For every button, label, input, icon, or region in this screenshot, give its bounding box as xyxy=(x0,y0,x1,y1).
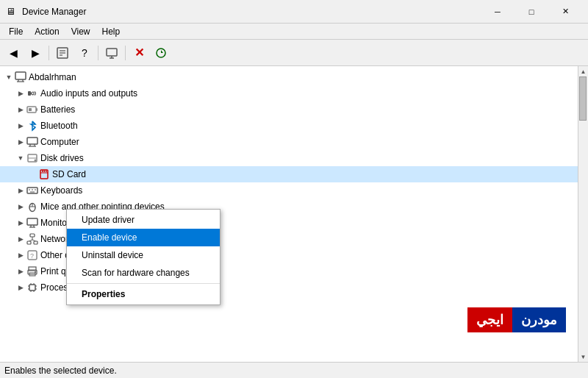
svg-rect-9 xyxy=(15,72,26,79)
print-expander[interactable]: ▶ xyxy=(15,265,26,277)
title-bar: 🖥 Device Manager ─ □ ✕ xyxy=(0,0,588,24)
mice-expander[interactable]: ▶ xyxy=(15,201,26,213)
status-text: Enables the selected device. xyxy=(4,365,117,376)
keyboards-icon xyxy=(26,185,38,196)
keyboards-label: Keyboards xyxy=(40,185,82,196)
mice-icon xyxy=(26,201,38,213)
scroll-down-arrow[interactable]: ▼ xyxy=(578,352,589,362)
network-expander[interactable]: ▶ xyxy=(15,233,26,245)
svg-rect-16 xyxy=(29,108,32,111)
window-controls: ─ □ ✕ xyxy=(481,0,582,24)
svg-point-52 xyxy=(35,271,36,273)
svg-rect-4 xyxy=(107,49,117,56)
tree-root[interactable]: ▼ Abdalrhman xyxy=(0,69,578,85)
svg-rect-15 xyxy=(36,108,37,111)
computer-label: Computer xyxy=(40,137,79,147)
monitors-icon xyxy=(26,217,38,229)
main-area: ▼ Abdalrhman ▶ Audio inputs and outputs … xyxy=(0,66,588,362)
context-menu: Update driver Enable device Uninstall de… xyxy=(66,209,220,305)
menu-help[interactable]: Help xyxy=(96,25,126,38)
batteries-icon xyxy=(26,104,38,115)
audio-expander[interactable]: ▶ xyxy=(15,88,26,99)
root-expander[interactable]: ▼ xyxy=(3,71,15,83)
ctx-enable-device[interactable]: Enable device xyxy=(67,229,220,246)
menu-bar: File Action View Help xyxy=(0,24,588,40)
toolbar-properties[interactable] xyxy=(52,43,73,63)
toolbar-sep-3 xyxy=(125,46,126,60)
ctx-uninstall-device[interactable]: Uninstall device xyxy=(67,246,220,264)
batteries-expander[interactable]: ▶ xyxy=(15,104,26,115)
menu-action[interactable]: Action xyxy=(29,25,65,38)
app-icon: 🖥 xyxy=(6,6,18,18)
other-expander[interactable]: ▶ xyxy=(15,249,26,261)
ctx-scan-hardware[interactable]: Scan for hardware changes xyxy=(67,264,220,282)
tree-disk-drives[interactable]: ▼ Disk drives xyxy=(0,150,578,166)
close-button[interactable]: ✕ xyxy=(548,0,582,24)
toolbar-remove[interactable]: ✕ xyxy=(129,43,149,63)
root-icon xyxy=(15,71,26,83)
bluetooth-icon xyxy=(26,120,38,132)
minimize-button[interactable]: ─ xyxy=(481,0,514,24)
svg-rect-26 xyxy=(42,171,43,173)
svg-rect-13 xyxy=(28,91,31,96)
bluetooth-label: Bluetooth xyxy=(40,121,78,131)
watermark: ايجي مودرن xyxy=(467,307,566,332)
svg-rect-17 xyxy=(27,138,37,144)
tree-audio[interactable]: ▶ Audio inputs and outputs xyxy=(0,85,578,101)
computer-icon xyxy=(26,136,38,148)
svg-rect-43 xyxy=(34,241,37,244)
tree-bluetooth[interactable]: ▶ Bluetooth xyxy=(0,118,578,134)
tree-sd-card[interactable]: SD Card xyxy=(0,166,578,182)
watermark-blue-text: مودرن xyxy=(512,307,566,332)
toolbar: ◀ ▶ ? ✕ xyxy=(0,40,588,66)
tree-keyboards[interactable]: ▶ Keyboards xyxy=(0,182,578,199)
svg-marker-8 xyxy=(161,50,163,53)
toolbar-forward[interactable]: ▶ xyxy=(25,43,46,63)
scroll-up-arrow[interactable]: ▲ xyxy=(578,66,589,76)
maximize-button[interactable]: □ xyxy=(514,0,548,24)
disk-icon xyxy=(26,152,38,164)
toolbar-help[interactable]: ? xyxy=(74,43,95,63)
svg-rect-41 xyxy=(30,234,35,237)
disk-expander[interactable]: ▼ xyxy=(15,152,26,164)
svg-rect-28 xyxy=(46,171,47,173)
toolbar-scan[interactable] xyxy=(151,43,171,63)
ctx-properties[interactable]: Properties xyxy=(67,285,220,303)
toolbar-sep-1 xyxy=(49,46,49,60)
toolbar-back[interactable]: ◀ xyxy=(3,43,24,63)
scroll-thumb[interactable] xyxy=(579,76,587,121)
root-label: Abdalrhman xyxy=(29,72,76,82)
svg-point-22 xyxy=(35,160,37,162)
audio-icon xyxy=(26,88,38,99)
keyboards-expander[interactable]: ▶ xyxy=(15,185,26,196)
sdcard-label: SD Card xyxy=(52,169,86,179)
window-title: Device Manager xyxy=(22,7,481,17)
tree-batteries[interactable]: ▶ Batteries xyxy=(0,101,578,118)
audio-label: Audio inputs and outputs xyxy=(40,88,137,99)
svg-rect-42 xyxy=(27,241,31,244)
status-bar: Enables the selected device. xyxy=(0,362,588,378)
sdcard-expander xyxy=(26,168,38,180)
watermark-red-text: ايجي xyxy=(467,307,512,332)
scrollbar[interactable]: ▲ ▼ xyxy=(578,66,588,362)
print-icon xyxy=(26,265,38,277)
scroll-track[interactable] xyxy=(578,76,588,352)
monitors-expander[interactable]: ▶ xyxy=(15,217,26,229)
menu-view[interactable]: View xyxy=(65,25,96,38)
toolbar-display[interactable] xyxy=(101,43,122,63)
network-icon xyxy=(26,233,38,245)
tree-computer[interactable]: ▶ Computer xyxy=(0,134,578,150)
svg-rect-53 xyxy=(29,285,35,290)
sdcard-icon xyxy=(38,168,50,180)
processors-expander[interactable]: ▶ xyxy=(15,282,26,293)
computer-expander[interactable]: ▶ xyxy=(15,136,26,148)
bluetooth-expander[interactable]: ▶ xyxy=(15,120,26,132)
ctx-update-driver[interactable]: Update driver xyxy=(67,211,220,229)
disk-label: Disk drives xyxy=(40,153,84,163)
svg-rect-37 xyxy=(27,218,37,225)
processors-icon xyxy=(26,282,38,293)
svg-rect-29 xyxy=(27,188,37,193)
toolbar-sep-2 xyxy=(98,46,98,60)
svg-rect-27 xyxy=(44,171,46,173)
menu-file[interactable]: File xyxy=(3,25,29,38)
